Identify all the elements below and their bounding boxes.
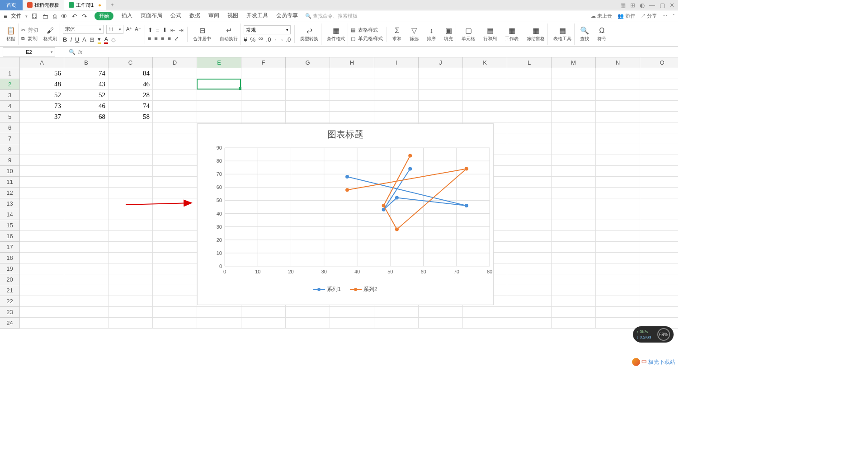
cell[interactable] xyxy=(596,198,640,209)
cell[interactable] xyxy=(640,274,678,285)
rowcol-button[interactable]: ▤行和列 xyxy=(481,24,500,45)
cell[interactable]: 52 xyxy=(20,90,64,101)
cell[interactable] xyxy=(507,318,552,329)
cell[interactable] xyxy=(640,231,678,242)
cell[interactable] xyxy=(20,144,64,155)
cell[interactable] xyxy=(108,122,153,133)
cell[interactable] xyxy=(20,274,64,285)
row-header-11[interactable]: 11 xyxy=(0,177,20,188)
command-search[interactable]: 🔍 查找命令、搜索模板 xyxy=(305,13,358,19)
cell[interactable] xyxy=(374,307,419,318)
cell[interactable] xyxy=(64,209,108,220)
cell[interactable] xyxy=(153,155,197,166)
cell[interactable] xyxy=(596,209,640,220)
row-header-17[interactable]: 17 xyxy=(0,242,20,253)
cell[interactable] xyxy=(108,209,153,220)
col-header-D[interactable]: D xyxy=(153,57,197,68)
row-header-4[interactable]: 4 xyxy=(0,101,20,112)
cell[interactable] xyxy=(20,253,64,263)
cell[interactable] xyxy=(507,253,552,263)
percent-icon[interactable]: % xyxy=(250,36,256,43)
underline-icon[interactable]: U xyxy=(75,36,79,43)
wrap-button[interactable]: ↵自动换行 xyxy=(217,24,241,45)
cell[interactable] xyxy=(20,231,64,242)
collapse-ribbon-icon[interactable]: ˇ xyxy=(673,14,675,19)
col-header-L[interactable]: L xyxy=(507,57,552,68)
cell[interactable] xyxy=(153,274,197,285)
table-style-icon[interactable]: ▦ xyxy=(351,27,355,33)
cell[interactable] xyxy=(640,296,678,307)
cell[interactable] xyxy=(552,90,596,101)
cell[interactable] xyxy=(153,220,197,231)
col-header-M[interactable]: M xyxy=(552,57,596,68)
col-header-G[interactable]: G xyxy=(286,57,330,68)
row-header-16[interactable]: 16 xyxy=(0,231,20,242)
cell[interactable] xyxy=(108,296,153,307)
cell[interactable] xyxy=(153,253,197,263)
cell[interactable] xyxy=(64,285,108,296)
cell[interactable] xyxy=(596,112,640,122)
cell[interactable]: 56 xyxy=(20,68,64,79)
cell[interactable] xyxy=(64,296,108,307)
table-tool-button[interactable]: ▦表格工具 xyxy=(551,24,575,45)
ribbon-tab-data[interactable]: 数据 xyxy=(189,12,200,20)
row-header-20[interactable]: 20 xyxy=(0,274,20,285)
tab-home[interactable]: 首页 xyxy=(0,0,23,10)
cell[interactable]: 74 xyxy=(64,68,108,79)
cell[interactable] xyxy=(640,177,678,188)
cell[interactable] xyxy=(419,318,463,329)
cell[interactable] xyxy=(463,68,507,79)
cell[interactable] xyxy=(241,318,286,329)
cell[interactable] xyxy=(640,122,678,133)
border-icon[interactable]: ⊞ xyxy=(90,36,94,43)
print-icon[interactable]: ⎙ xyxy=(53,13,57,20)
name-box[interactable]: E2 xyxy=(3,47,55,56)
align-left-icon[interactable]: ≡ xyxy=(148,35,151,42)
cell[interactable] xyxy=(596,177,640,188)
cell[interactable]: 37 xyxy=(20,112,64,122)
row-header-5[interactable]: 5 xyxy=(0,112,20,122)
save-icon[interactable]: 🖫 xyxy=(31,13,38,20)
decrease-font-icon[interactable]: A⁻ xyxy=(135,26,141,32)
cond-format[interactable]: ▦条件格式 xyxy=(324,24,348,45)
cell[interactable] xyxy=(507,68,552,79)
cell[interactable]: 74 xyxy=(108,101,153,112)
cell[interactable] xyxy=(20,177,64,188)
font-size-select[interactable]: 11▾ xyxy=(106,25,123,34)
cell[interactable] xyxy=(596,133,640,144)
merge-button[interactable]: ⊟合并居中 xyxy=(190,24,214,45)
cell[interactable] xyxy=(640,133,678,144)
table-style-label[interactable]: 表格样式 xyxy=(358,27,378,33)
comma-icon[interactable]: ºº xyxy=(259,36,263,43)
cell[interactable] xyxy=(330,68,374,79)
cell[interactable] xyxy=(507,122,552,133)
cell[interactable] xyxy=(507,90,552,101)
cell[interactable] xyxy=(640,90,678,101)
col-header-J[interactable]: J xyxy=(419,57,463,68)
cell[interactable] xyxy=(374,318,419,329)
increase-font-icon[interactable]: A⁺ xyxy=(126,26,132,32)
row-header-1[interactable]: 1 xyxy=(0,68,20,79)
cell[interactable] xyxy=(286,101,330,112)
cell[interactable] xyxy=(64,144,108,155)
copy-label[interactable]: 复制 xyxy=(28,35,38,42)
cell[interactable] xyxy=(596,242,640,253)
cell[interactable] xyxy=(153,242,197,253)
cell[interactable] xyxy=(507,177,552,188)
cell[interactable] xyxy=(286,307,330,318)
cell[interactable] xyxy=(596,253,640,263)
cell[interactable] xyxy=(463,101,507,112)
cell[interactable] xyxy=(552,177,596,188)
filter-button[interactable]: ▽筛选 xyxy=(407,24,421,45)
row-header-22[interactable]: 22 xyxy=(0,296,20,307)
cell[interactable] xyxy=(108,263,153,274)
cell[interactable] xyxy=(596,79,640,90)
cell[interactable] xyxy=(640,253,678,263)
cell[interactable] xyxy=(596,68,640,79)
row-header-12[interactable]: 12 xyxy=(0,188,20,198)
cell[interactable] xyxy=(153,101,197,112)
cell[interactable] xyxy=(552,307,596,318)
cell[interactable] xyxy=(108,242,153,253)
cell[interactable] xyxy=(197,307,241,318)
cell[interactable] xyxy=(108,253,153,263)
